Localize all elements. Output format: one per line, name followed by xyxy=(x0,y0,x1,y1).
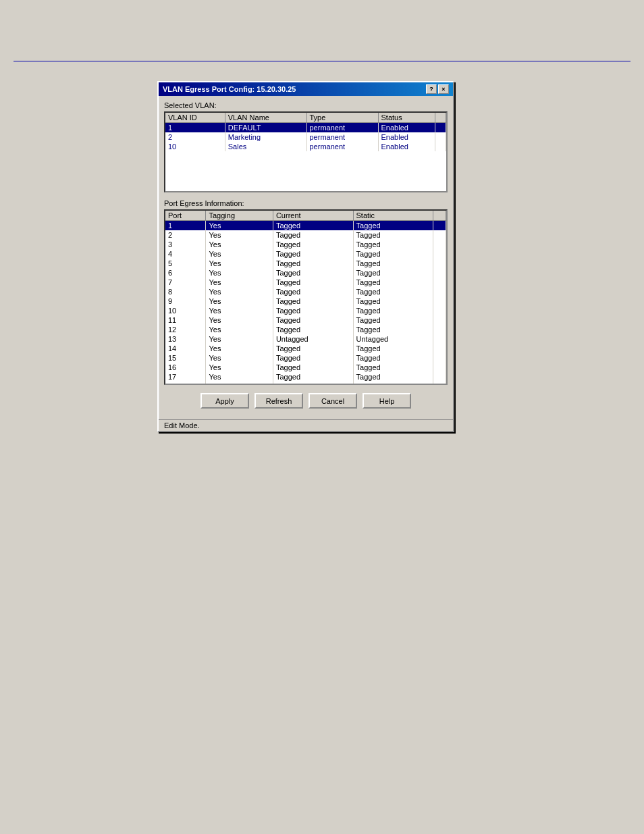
port-row[interactable]: 13 Yes Untagged Untagged xyxy=(165,334,446,344)
port-tagging: Yes xyxy=(206,353,273,363)
vlan-row[interactable]: 1 DEFAULT permanent Enabled xyxy=(165,123,446,133)
vlan-row[interactable]: 10 Sales permanent Enabled xyxy=(165,142,446,151)
port-current: Untagged xyxy=(273,334,353,344)
port-col-tagging: Tagging xyxy=(206,211,273,221)
port-current: Tagged xyxy=(273,221,353,231)
port-num: 17 xyxy=(165,372,206,382)
vlan-name: Sales xyxy=(225,142,306,151)
port-extra xyxy=(433,325,446,334)
dialog: VLAN Egress Port Config: 15.20.30.25 ? ×… xyxy=(157,81,454,432)
close-title-btn[interactable]: × xyxy=(438,84,449,94)
port-extra xyxy=(433,296,446,306)
port-num: 14 xyxy=(165,344,206,353)
port-row[interactable]: 14 Yes Tagged Tagged xyxy=(165,344,446,353)
port-extra xyxy=(433,221,446,231)
port-extra xyxy=(433,363,446,372)
status-bar: Edit Mode. xyxy=(159,419,453,431)
vlan-id: 2 xyxy=(165,132,225,142)
port-current: Tagged xyxy=(273,353,353,363)
help-title-btn[interactable]: ? xyxy=(426,84,437,94)
port-num: 1 xyxy=(165,221,206,231)
port-num: 8 xyxy=(165,287,206,296)
port-row[interactable]: 17 Yes Tagged Tagged xyxy=(165,372,446,382)
top-divider xyxy=(14,61,630,61)
port-static: Tagged xyxy=(353,278,433,287)
port-extra xyxy=(433,278,446,287)
vlan-status: Enabled xyxy=(378,142,435,151)
port-tagging: Yes xyxy=(206,344,273,353)
port-row[interactable]: 15 Yes Tagged Tagged xyxy=(165,353,446,363)
port-static: Tagged xyxy=(353,259,433,268)
port-extra xyxy=(433,249,446,259)
port-extra xyxy=(433,315,446,325)
vlan-id: 10 xyxy=(165,142,225,151)
port-tagging: Yes xyxy=(206,306,273,315)
port-current: Tagged xyxy=(273,372,353,382)
help-button[interactable]: Help xyxy=(363,393,411,409)
title-bar-buttons: ? × xyxy=(426,84,449,94)
port-current: Tagged xyxy=(273,306,353,315)
vlan-table-container[interactable]: VLAN ID VLAN Name Type Status 1 DEFAULT … xyxy=(164,111,448,192)
port-static: Untagged xyxy=(353,334,433,344)
port-static: Tagged xyxy=(353,221,433,231)
port-col-extra xyxy=(433,211,446,221)
port-num: 4 xyxy=(165,249,206,259)
port-static: Tagged xyxy=(353,268,433,278)
selected-vlan-label: Selected VLAN: xyxy=(164,101,448,109)
port-row[interactable]: 12 Yes Tagged Tagged xyxy=(165,325,446,334)
port-row[interactable]: 5 Yes Tagged Tagged xyxy=(165,259,446,268)
vlan-col-status: Status xyxy=(378,113,435,123)
port-row[interactable]: 4 Yes Tagged Tagged xyxy=(165,249,446,259)
vlan-extra xyxy=(435,142,446,151)
port-row[interactable]: 11 Yes Tagged Tagged xyxy=(165,315,446,325)
vlan-name: DEFAULT xyxy=(225,123,306,133)
vlan-row[interactable]: 2 Marketing permanent Enabled xyxy=(165,132,446,142)
port-row[interactable]: 7 Yes Tagged Tagged xyxy=(165,278,446,287)
port-current: Tagged xyxy=(273,278,353,287)
port-num: 11 xyxy=(165,315,206,325)
port-row[interactable]: 10 Yes Tagged Tagged xyxy=(165,306,446,315)
port-num: 3 xyxy=(165,240,206,249)
port-tagging: Yes xyxy=(206,230,273,240)
port-table: Port Tagging Current Static 1 Yes Tagged… xyxy=(165,211,446,385)
port-current: Tagged xyxy=(273,287,353,296)
port-tagging: Yes xyxy=(206,372,273,382)
vlan-name: Marketing xyxy=(225,132,306,142)
vlan-id: 1 xyxy=(165,123,225,133)
port-num: 5 xyxy=(165,259,206,268)
port-row[interactable]: 1 Yes Tagged Tagged xyxy=(165,221,446,231)
port-row[interactable]: 16 Yes Tagged Tagged xyxy=(165,363,446,372)
port-static: Tagged xyxy=(353,382,433,385)
refresh-button[interactable]: Refresh xyxy=(254,393,303,409)
port-row[interactable]: 9 Yes Tagged Tagged xyxy=(165,296,446,306)
port-tagging: Yes xyxy=(206,334,273,344)
port-tagging: Yes xyxy=(206,278,273,287)
port-static: Tagged xyxy=(353,353,433,363)
port-static: Tagged xyxy=(353,315,433,325)
port-table-container[interactable]: Port Tagging Current Static 1 Yes Tagged… xyxy=(164,209,448,385)
port-current: Tagged xyxy=(273,363,353,372)
port-egress-label: Port Egress Information: xyxy=(164,199,448,207)
port-num: 7 xyxy=(165,278,206,287)
port-tagging: Yes xyxy=(206,268,273,278)
port-row[interactable]: 2 Yes Tagged Tagged xyxy=(165,230,446,240)
port-tagging: Yes xyxy=(206,363,273,372)
cancel-button[interactable]: Cancel xyxy=(308,393,357,409)
port-tagging: Yes xyxy=(206,325,273,334)
port-col-current: Current xyxy=(273,211,353,221)
port-extra xyxy=(433,259,446,268)
title-bar: VLAN Egress Port Config: 15.20.30.25 ? × xyxy=(159,82,453,96)
vlan-col-id: VLAN ID xyxy=(165,113,225,123)
port-table-header: Port Tagging Current Static xyxy=(165,211,446,221)
vlan-table-header: VLAN ID VLAN Name Type Status xyxy=(165,113,446,123)
port-num: 13 xyxy=(165,334,206,344)
port-extra xyxy=(433,268,446,278)
port-row[interactable]: 3 Yes Tagged Tagged xyxy=(165,240,446,249)
port-extra xyxy=(433,287,446,296)
apply-button[interactable]: Apply xyxy=(200,393,249,409)
port-row[interactable]: 6 Yes Tagged Tagged xyxy=(165,268,446,278)
port-row[interactable]: 18 Yes Tagged Tagged xyxy=(165,382,446,385)
vlan-col-extra xyxy=(435,113,446,123)
port-current: Tagged xyxy=(273,268,353,278)
port-row[interactable]: 8 Yes Tagged Tagged xyxy=(165,287,446,296)
